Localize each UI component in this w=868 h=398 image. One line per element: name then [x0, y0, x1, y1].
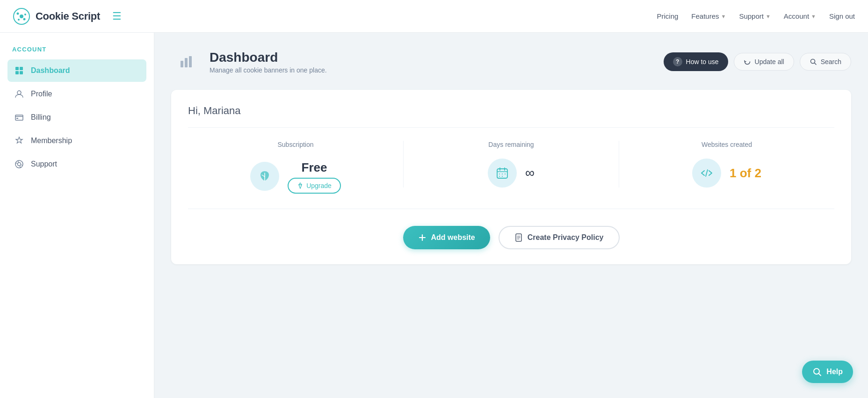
svg-line-14	[16, 163, 18, 164]
how-to-use-button[interactable]: ? How to use	[664, 52, 728, 71]
subscription-icon-circle	[250, 162, 279, 191]
dashboard-bar-icon	[179, 54, 194, 69]
dashboard-icon	[14, 65, 24, 76]
billing-icon	[14, 112, 24, 123]
question-icon: ?	[673, 57, 682, 66]
svg-point-27	[499, 174, 500, 174]
dashboard-icon-wrap	[171, 47, 201, 77]
leaf-icon	[258, 169, 272, 183]
cta-buttons-row: Add website Create Privacy Policy	[188, 226, 834, 249]
refresh-icon	[744, 58, 751, 65]
hamburger-menu-icon[interactable]: ☰	[112, 10, 122, 22]
nav-links: Pricing Features ▼ Support ▼ Account ▼ S…	[657, 12, 855, 20]
subscription-stat: Subscription Free	[188, 141, 403, 194]
svg-rect-19	[185, 58, 188, 67]
diamond-icon	[297, 182, 304, 189]
days-remaining-stat: Days remaining	[403, 141, 619, 188]
days-icon-circle	[488, 159, 517, 188]
svg-rect-18	[181, 61, 183, 67]
code-icon	[700, 166, 714, 180]
svg-rect-8	[15, 71, 19, 74]
cookie-script-logo-icon	[13, 8, 30, 25]
search-button[interactable]: Search	[800, 53, 851, 71]
dashboard-header: Dashboard Manage all cookie banners in o…	[171, 47, 851, 77]
subscription-value: Free	[288, 160, 341, 175]
svg-rect-6	[15, 67, 19, 70]
svg-point-31	[502, 176, 503, 177]
svg-rect-11	[16, 118, 18, 119]
days-remaining-value: ∞	[525, 166, 535, 181]
svg-line-22	[814, 63, 816, 65]
update-all-button[interactable]: Update all	[734, 53, 794, 71]
svg-point-12	[15, 160, 23, 168]
features-chevron-icon: ▼	[721, 14, 726, 19]
svg-line-17	[20, 166, 21, 168]
help-fab-button[interactable]: Help	[802, 361, 853, 383]
sidebar-profile-label: Profile	[31, 90, 52, 98]
search-icon	[810, 58, 817, 65]
stats-row: Subscription Free	[188, 141, 834, 209]
svg-point-2	[17, 12, 19, 14]
svg-line-15	[21, 165, 23, 166]
svg-rect-7	[20, 67, 23, 70]
main-content: Dashboard Manage all cookie banners in o…	[154, 33, 868, 398]
svg-point-4	[18, 19, 20, 21]
account-chevron-icon: ▼	[811, 14, 816, 19]
sidebar-item-billing[interactable]: Billing	[7, 106, 146, 129]
logo-text: Cookie Script	[36, 10, 100, 22]
dashboard-subtitle: Manage all cookie banners in one place.	[210, 66, 664, 74]
support-chevron-icon: ▼	[766, 14, 771, 19]
support-icon	[14, 159, 24, 169]
nav-sign-out[interactable]: Sign out	[829, 12, 855, 20]
sidebar-item-profile[interactable]: Profile	[7, 83, 146, 105]
calendar-icon	[495, 166, 509, 180]
sidebar-dashboard-label: Dashboard	[31, 66, 70, 75]
sidebar: ACCOUNT Dashboard Profile	[0, 33, 154, 398]
top-navigation: Cookie Script ☰ Pricing Features ▼ Suppo…	[0, 0, 868, 33]
svg-point-13	[18, 163, 21, 166]
document-icon	[514, 233, 523, 242]
greeting-text: Hi, Mariana	[188, 105, 834, 128]
upgrade-button[interactable]: Upgrade	[288, 178, 341, 194]
subscription-label: Subscription	[277, 141, 313, 148]
websites-label: Websites created	[702, 141, 752, 148]
sidebar-billing-label: Billing	[31, 113, 51, 122]
sidebar-membership-label: Membership	[31, 137, 72, 145]
nav-support[interactable]: Support ▼	[739, 12, 770, 20]
nav-pricing[interactable]: Pricing	[657, 12, 678, 20]
main-card: Hi, Mariana Subscription	[171, 90, 851, 264]
svg-point-28	[502, 174, 503, 174]
svg-rect-20	[189, 56, 192, 67]
websites-stat: Websites created 1 of 2	[619, 141, 834, 188]
dashboard-title-area: Dashboard Manage all cookie banners in o…	[210, 50, 664, 74]
app-body: ACCOUNT Dashboard Profile	[0, 33, 868, 398]
websites-value: 1 of 2	[730, 166, 761, 181]
sidebar-item-membership[interactable]: Membership	[7, 130, 146, 152]
profile-icon	[14, 89, 24, 99]
svg-rect-9	[20, 71, 23, 74]
svg-point-10	[17, 91, 21, 94]
svg-point-30	[499, 176, 500, 177]
plus-icon	[418, 233, 427, 242]
dashboard-actions: ? How to use Update all Search	[664, 52, 851, 71]
sidebar-item-support[interactable]: Support	[7, 153, 146, 175]
sidebar-support-label: Support	[31, 160, 57, 168]
svg-line-40	[819, 374, 821, 376]
svg-point-5	[23, 18, 26, 20]
dashboard-title: Dashboard	[210, 50, 664, 65]
add-website-button[interactable]: Add website	[403, 226, 490, 249]
nav-account[interactable]: Account ▼	[784, 12, 816, 20]
websites-icon-circle	[692, 159, 721, 188]
help-search-icon	[812, 367, 822, 376]
membership-icon	[14, 136, 24, 146]
svg-line-16	[18, 161, 19, 163]
help-label: Help	[826, 368, 843, 376]
svg-point-39	[814, 369, 819, 374]
create-privacy-policy-button[interactable]: Create Privacy Policy	[499, 226, 620, 249]
days-remaining-label: Days remaining	[488, 141, 534, 148]
svg-point-3	[24, 14, 26, 15]
logo-area: Cookie Script ☰	[13, 8, 657, 25]
nav-features[interactable]: Features ▼	[691, 12, 726, 20]
svg-line-32	[706, 170, 708, 176]
sidebar-item-dashboard[interactable]: Dashboard	[7, 59, 146, 82]
